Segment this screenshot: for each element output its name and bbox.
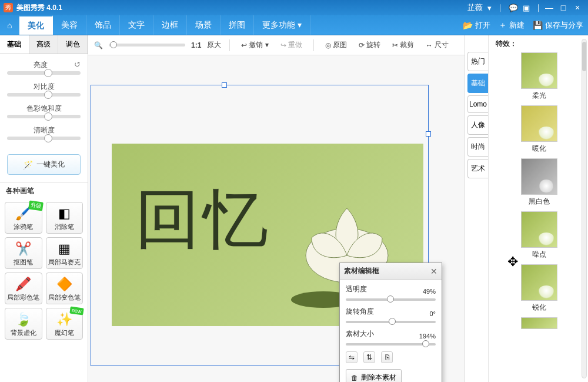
undo-label: 撤销 ▾ bbox=[249, 40, 268, 50]
redo-button[interactable]: ↪重做 bbox=[278, 38, 305, 52]
zoom-icon[interactable]: 🔍 bbox=[94, 41, 103, 49]
effect-noise[interactable]: 噪点 bbox=[495, 211, 583, 260]
material-editor-popup[interactable]: 素材编辑框 ✕ 透明度 49% 旋转角度 0° 素材大小 bbox=[339, 263, 442, 382]
duplicate-button[interactable]: ⎘ bbox=[381, 351, 393, 363]
crop-button[interactable]: ✂裁剪 bbox=[389, 38, 417, 52]
open-button[interactable]: 📂打开 bbox=[463, 20, 490, 31]
opacity-slider[interactable]: 透明度 49% bbox=[346, 284, 436, 301]
selection-handle-top[interactable] bbox=[222, 82, 227, 88]
brush-local-color[interactable]: 🖍️局部彩色笔 bbox=[5, 273, 42, 304]
tab-beautify[interactable]: 美化 bbox=[19, 15, 53, 35]
tab-label: 场景 bbox=[195, 20, 212, 31]
reset-sliders-icon[interactable]: ↺ bbox=[74, 60, 81, 69]
effects-heading: 特效： bbox=[496, 39, 583, 49]
zoom-slider[interactable] bbox=[109, 44, 185, 46]
user-dropdown-icon[interactable]: ▾ bbox=[487, 4, 492, 12]
brush-label: 消除笔 bbox=[48, 222, 82, 231]
effect-cat-basic[interactable]: 基础 bbox=[467, 74, 488, 93]
subtab-color[interactable]: 调色 bbox=[58, 35, 88, 54]
effect-sharpen[interactable]: 锐化 bbox=[495, 264, 583, 313]
chat-icon[interactable]: 💬 bbox=[509, 4, 518, 12]
subtab-advanced[interactable]: 高级 bbox=[29, 35, 59, 54]
onekey-label: 一键美化 bbox=[36, 160, 65, 170]
brush-recolor[interactable]: 🔶局部变色笔 bbox=[46, 273, 83, 304]
slider-contrast[interactable]: 对比度 bbox=[7, 82, 81, 97]
brush-label: 涂鸦笔 bbox=[6, 222, 41, 231]
tab-label: 美化 bbox=[28, 21, 44, 31]
tab-home[interactable]: ⌂ bbox=[0, 15, 19, 35]
new-button[interactable]: ＋新建 bbox=[499, 20, 524, 31]
flip-h-icon: ⇋ bbox=[349, 353, 355, 361]
minimize-button[interactable]: — bbox=[542, 3, 556, 12]
slider-label: 亮度 bbox=[7, 60, 81, 70]
titlebar: 秀 美图秀秀 4.0.1 芷薇 ▾ ｜ 💬 ▣ ｜ — □ × bbox=[0, 0, 588, 15]
zoom-ratio[interactable]: 1:1 bbox=[191, 41, 201, 49]
size-slider[interactable]: 素材大小 194% bbox=[346, 329, 436, 346]
left-panel: 基础 高级 调色 ↺ 亮度 对比度 色彩饱和度 清晰度 🪄 bbox=[0, 35, 88, 382]
size-button[interactable]: ↔尺寸 bbox=[423, 38, 452, 52]
save-icon: 💾 bbox=[533, 21, 543, 30]
tab-accessories[interactable]: 饰品 bbox=[86, 15, 120, 35]
brush-magic[interactable]: new✨魔幻笔 bbox=[46, 308, 83, 340]
effect-bw[interactable]: 黑白色 bbox=[495, 158, 583, 207]
delete-material-button[interactable]: 🗑 删除本素材 bbox=[346, 369, 402, 382]
slider-brightness[interactable]: 亮度 bbox=[7, 60, 81, 75]
effect-cat-lomo[interactable]: Lomo bbox=[467, 95, 488, 113]
effects-scrollbar[interactable] bbox=[582, 39, 587, 378]
close-button[interactable]: × bbox=[570, 3, 584, 12]
divider: ｜ bbox=[496, 2, 504, 13]
brush-doodle[interactable]: 升级🖌️涂鸦笔 bbox=[5, 202, 42, 234]
effect-soft-light[interactable]: 柔光 bbox=[495, 52, 583, 101]
effect-label: 噪点 bbox=[495, 250, 583, 260]
cat-label: 时尚 bbox=[471, 142, 485, 151]
maximize-button[interactable]: □ bbox=[556, 3, 570, 12]
rotate-button[interactable]: ⟳旋转 bbox=[356, 38, 383, 52]
popup-title: 素材编辑框 bbox=[344, 266, 379, 276]
save-share-button[interactable]: 💾保存与分享 bbox=[533, 20, 583, 31]
main-tab-bar: ⌂ 美化 美容 饰品 文字 边框 场景 拼图 更多功能 ▾ 📂打开 ＋新建 💾保… bbox=[0, 15, 588, 35]
canvas-toolbar: 🔍 1:1 原大 ↩撤销 ▾ ↪重做 ◎原图 ⟳旋转 ✂裁剪 ↔尺寸 bbox=[88, 35, 465, 55]
effects-panel: 热门 基础 Lomo 人像 时尚 艺术 特效： 柔光 暖化 黑白色 噪点 锐化 … bbox=[465, 35, 588, 382]
effect-cat-fashion[interactable]: 时尚 bbox=[467, 137, 488, 157]
tab-label: 拼图 bbox=[229, 20, 245, 31]
app-logo-icon: 秀 bbox=[4, 3, 13, 12]
home-icon: ⌂ bbox=[7, 21, 12, 30]
brush-blur-bg[interactable]: 🍃背景虚化 bbox=[5, 308, 42, 340]
selection-handle-right[interactable] bbox=[426, 131, 431, 137]
effect-next[interactable] bbox=[495, 317, 583, 329]
effect-cat-hot[interactable]: 热门 bbox=[467, 52, 488, 71]
undo-button[interactable]: ↩撤销 ▾ bbox=[238, 38, 271, 52]
slider-sharpness[interactable]: 清晰度 bbox=[7, 125, 81, 140]
effect-warm[interactable]: 暖化 bbox=[495, 105, 583, 154]
flip-vertical-button[interactable]: ⇅ bbox=[363, 351, 375, 363]
feedback-icon[interactable]: ▣ bbox=[523, 4, 530, 12]
brush-cutout-icon: ✂️ bbox=[6, 240, 41, 258]
tab-collage[interactable]: 拼图 bbox=[220, 15, 254, 35]
tab-frame[interactable]: 边框 bbox=[153, 15, 187, 35]
brush-eraser[interactable]: ◧消除笔 bbox=[46, 202, 83, 234]
subtab-basic[interactable]: 基础 bbox=[0, 35, 29, 54]
tab-text[interactable]: 文字 bbox=[120, 15, 153, 35]
one-key-beautify-button[interactable]: 🪄 一键美化 bbox=[7, 154, 81, 175]
effect-label: 柔光 bbox=[495, 91, 583, 101]
tab-more[interactable]: 更多功能 ▾ bbox=[254, 15, 310, 35]
rotate-icon: ⟳ bbox=[359, 41, 365, 49]
canvas-area[interactable]: 回忆 素材编辑框 ✕ 透明度 49% bbox=[88, 55, 465, 382]
adjust-subtabs: 基础 高级 调色 bbox=[0, 35, 88, 54]
original-button[interactable]: ◎原图 bbox=[322, 38, 350, 52]
flip-horizontal-button[interactable]: ⇋ bbox=[346, 351, 358, 363]
user-name[interactable]: 芷薇 bbox=[467, 2, 483, 13]
scrollbar-thumb[interactable] bbox=[582, 42, 586, 71]
brush-cutout[interactable]: ✂️抠图笔 bbox=[5, 237, 42, 269]
rotation-slider[interactable]: 旋转角度 0° bbox=[346, 307, 436, 323]
slider-saturation[interactable]: 色彩饱和度 bbox=[7, 104, 81, 118]
tab-scene[interactable]: 场景 bbox=[187, 15, 220, 35]
effect-label: 锐化 bbox=[495, 303, 583, 313]
popup-close-icon[interactable]: ✕ bbox=[430, 267, 437, 276]
brush-eraser-icon: ◧ bbox=[48, 205, 82, 222]
undo-icon: ↩ bbox=[241, 41, 247, 49]
effect-cat-portrait[interactable]: 人像 bbox=[467, 115, 488, 135]
tab-cosmetic[interactable]: 美容 bbox=[53, 15, 86, 35]
brush-mosaic[interactable]: ▦局部马赛克 bbox=[46, 237, 83, 269]
effect-cat-art[interactable]: 艺术 bbox=[467, 159, 488, 178]
